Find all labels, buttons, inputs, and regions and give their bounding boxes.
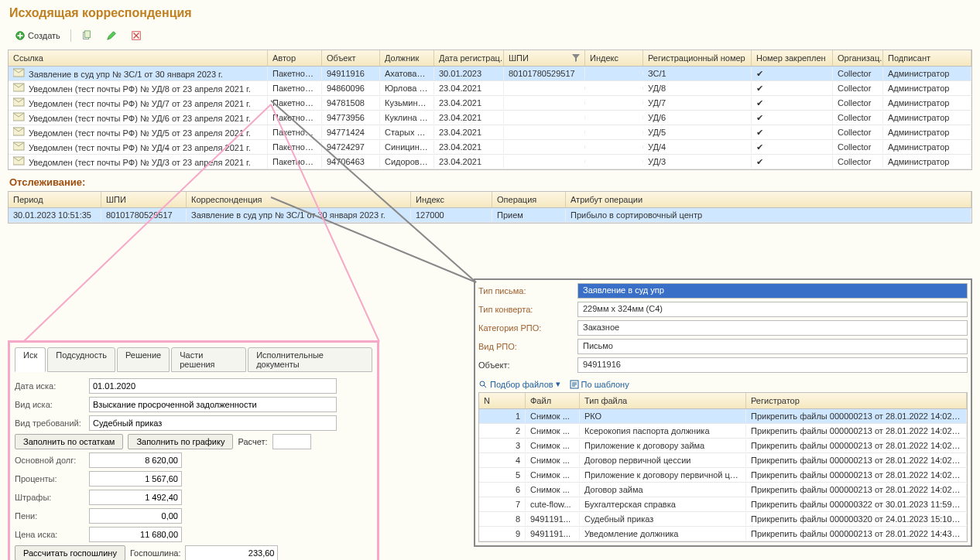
fcol-reg[interactable]: Регистратор [746, 393, 967, 408]
grid-header: Ссылка Автор Объект Должник Дата регистр… [9, 50, 971, 67]
create-button[interactable]: Создать [9, 28, 66, 43]
tcol-corr[interactable]: Корреспонденция [187, 192, 411, 207]
fcol-type[interactable]: Тип файла [580, 393, 746, 408]
label-claim-price: Цена иска: [15, 530, 84, 539]
table-row[interactable]: 99491191...Уведомление должникаПрикрепит… [479, 527, 967, 541]
input-penalties[interactable] [89, 490, 182, 505]
detail-tabs: Иск Подсудность Решение Части решения Ис… [15, 347, 372, 372]
col-org[interactable]: Организац... [833, 50, 883, 66]
pencil-icon [106, 30, 117, 41]
tcol-index[interactable]: Индекс [411, 192, 492, 207]
files-grid: N Файл Тип файла Регистратор 1Снимок ...… [478, 392, 968, 542]
label-peni: Пени: [15, 511, 84, 521]
table-row[interactable]: Уведомлен (тест почты РФ) № УД/5 от 23 а… [9, 125, 971, 140]
input-interest[interactable] [89, 471, 182, 487]
fcol-file[interactable]: Файл [526, 393, 580, 408]
input-calc[interactable] [272, 434, 311, 449]
input-rpo-cat[interactable]: Заказное [577, 320, 968, 336]
table-row[interactable]: 2Снимок ...Ксерокопия паспорта должникаП… [479, 424, 967, 439]
label-object: Объект: [478, 360, 571, 370]
input-claim-date[interactable] [89, 378, 337, 394]
label-interest: Проценты: [15, 474, 84, 483]
table-row[interactable]: 1Снимок ...РКОПрикрепить файлы 000000213… [479, 409, 967, 424]
input-fee[interactable] [185, 545, 278, 560]
fcol-n[interactable]: N [479, 393, 526, 408]
btn-fill-schedule[interactable]: Заполнить по графику [128, 434, 233, 449]
col-debtor[interactable]: Должник [380, 50, 434, 66]
tcol-attr[interactable]: Атрибут операции [566, 192, 971, 207]
tab-jurisdiction[interactable]: Подсудность [47, 347, 115, 372]
label-rpo-cat: Категория РПО: [478, 323, 571, 333]
table-row[interactable]: 3Снимок ...Приложение к договору займаПр… [479, 439, 967, 453]
table-row[interactable]: 6Снимок ...Договор займаПрикрепить файлы… [479, 483, 967, 497]
tracking-title: Отслеживание: [0, 170, 980, 191]
col-link[interactable]: Ссылка [9, 50, 268, 66]
input-claim-type[interactable] [89, 397, 337, 412]
tcol-op[interactable]: Операция [492, 192, 566, 207]
edit-button[interactable] [101, 28, 122, 43]
table-row[interactable]: 7cute-flow...Бухгалтерская справкаПрикре… [479, 497, 967, 512]
delete-icon [131, 30, 142, 41]
label-calc: Расчет: [238, 437, 267, 446]
table-row[interactable]: Уведомлен (тест почты РФ) № УД/7 от 23 а… [9, 96, 971, 111]
input-claim-price[interactable] [89, 527, 182, 542]
tab-decision[interactable]: Решение [117, 347, 170, 372]
tab-claim[interactable]: Иск [15, 347, 46, 372]
files-toolbar: Подбор файлов ▾ По шаблону [478, 376, 968, 392]
tcol-period[interactable]: Период [9, 192, 101, 207]
col-numfixed[interactable]: Номер закреплен [752, 50, 833, 66]
plus-icon [15, 30, 26, 41]
table-row[interactable]: Уведомлен (тест почты РФ) № УД/4 от 23 а… [9, 140, 971, 155]
toolbar: Создать [0, 26, 980, 50]
input-principal[interactable] [89, 452, 182, 468]
label-rpo-type: Вид РПО: [478, 342, 571, 351]
input-rpo-type[interactable]: Письмо [577, 339, 968, 354]
col-shpi[interactable]: ШПИ [504, 50, 585, 66]
label-claim-date: Дата иска: [15, 381, 84, 391]
col-regnum[interactable]: Регистрационный номер [643, 50, 752, 66]
btn-fill-balance[interactable]: Заполнить по остаткам [15, 434, 123, 449]
table-row[interactable]: 4Снимок ...Договор первичной цессииПрикр… [479, 453, 967, 468]
input-peni[interactable] [89, 508, 182, 524]
page-title: Исходящая корреспонденция [0, 0, 980, 26]
search-icon [478, 380, 488, 389]
tcol-shpi[interactable]: ШПИ [101, 192, 187, 207]
correspondence-grid: Ссылка Автор Объект Должник Дата регистр… [8, 50, 972, 170]
table-row[interactable]: 89491191...Судебный приказПрикрепить фай… [479, 512, 967, 527]
files-body[interactable]: 1Снимок ...РКОПрикрепить файлы 000000213… [479, 409, 967, 541]
table-row[interactable]: Заявление в суд упр № ЗС/1 от 30 января … [9, 67, 971, 81]
col-signer[interactable]: Подписант [883, 50, 971, 66]
col-date[interactable]: Дата регистрац... [434, 50, 504, 66]
input-req-type[interactable] [89, 415, 337, 431]
pick-files-link[interactable]: Подбор файлов ▾ [478, 379, 560, 389]
grid-body[interactable]: Заявление в суд упр № ЗС/1 от 30 января … [9, 67, 971, 169]
envelope-icon [13, 68, 26, 77]
tracking-body[interactable]: 30.01.2023 10:51:3580101780529517Заявлен… [9, 208, 971, 223]
template-icon [570, 380, 579, 389]
tracking-grid: Период ШПИ Корреспонденция Индекс Операц… [8, 191, 972, 224]
table-row[interactable]: Уведомлен (тест почты РФ) № УД/6 от 23 а… [9, 111, 971, 125]
col-object[interactable]: Объект [322, 50, 380, 66]
tab-decision-parts[interactable]: Части решения [171, 347, 246, 372]
tab-exec-docs[interactable]: Исполнительные документы [248, 347, 372, 372]
input-envelope[interactable]: 229мм х 324мм (С4) [577, 302, 968, 317]
create-label: Создать [28, 31, 60, 40]
btn-calc-fee[interactable]: Рассчитать госпошлину [15, 545, 125, 560]
by-template-link[interactable]: По шаблону [570, 380, 629, 389]
col-index[interactable]: Индекс [585, 50, 643, 66]
claim-detail-panel: Иск Подсудность Решение Части решения Ис… [8, 340, 379, 560]
label-req-type: Вид требований: [15, 418, 84, 428]
col-author[interactable]: Автор [268, 50, 322, 66]
envelope-icon [13, 112, 26, 121]
input-object[interactable]: 94911916 [577, 357, 968, 373]
table-row[interactable]: 30.01.2023 10:51:3580101780529517Заявлен… [9, 208, 971, 223]
table-row[interactable]: 5Снимок ...Приложение к договору первичн… [479, 468, 967, 483]
delete-button[interactable] [125, 28, 147, 43]
copy-button[interactable] [76, 28, 98, 43]
separator [70, 29, 71, 42]
table-row[interactable]: Уведомлен (тест почты РФ) № УД/3 от 23 а… [9, 155, 971, 169]
copy-icon [81, 30, 92, 41]
table-row[interactable]: Уведомлен (тест почты РФ) № УД/8 от 23 а… [9, 81, 971, 96]
input-letter-type[interactable]: Заявление в суд упр [577, 283, 968, 299]
envelope-icon [13, 97, 26, 107]
